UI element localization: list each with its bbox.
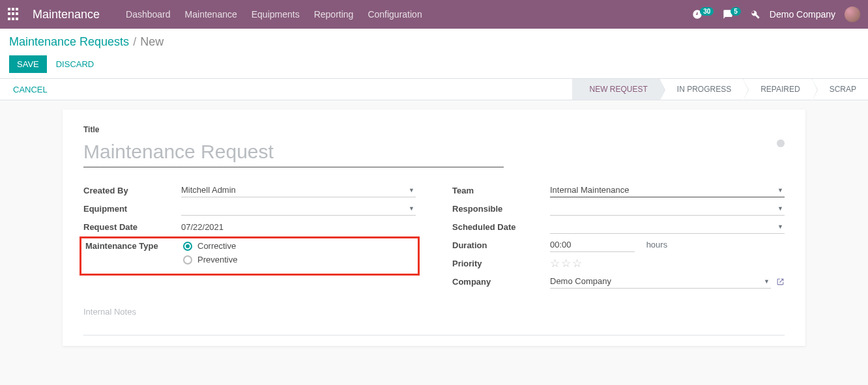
form-col-left: Created By ▼ Equipment ▼ Request Date 07 [83,182,416,291]
field-duration[interactable] [550,238,635,252]
title-input[interactable] [83,138,504,167]
priority-star-1[interactable]: ☆ [550,257,561,270]
breadcrumb: Maintenance Requests / New [9,35,859,49]
nav-maintenance[interactable]: Maintenance [185,9,237,20]
field-scheduled-date[interactable] [550,220,785,234]
label-duration: Duration [452,240,550,250]
topbar: Maintenance Dashboard Maintenance Equipm… [0,0,868,29]
radio-corrective-label: Corrective [197,241,236,251]
field-request-date: 07/22/2021 [181,222,224,232]
form-col-right: Team ▼ Responsible ▼ Scheduled Date [452,182,785,291]
nav-reporting[interactable]: Reporting [314,9,354,20]
field-responsible[interactable] [550,201,785,216]
priority-star-2[interactable]: ☆ [561,257,572,270]
nav-equipments[interactable]: Equipments [252,9,300,20]
highlight-maintenance-type: Maintenance Type Corrective Preventive [80,236,420,276]
label-team: Team [452,186,550,195]
status-in-progress[interactable]: IN PROGRESS [659,79,743,100]
sheet-wrapper: Title Created By ▼ Equipment [0,100,868,359]
form-sheet: Title Created By ▼ Equipment [63,109,805,346]
activities-count: 30 [700,7,714,16]
messages-indicator[interactable]: 5 [723,9,741,20]
radio-preventive[interactable] [183,255,192,264]
title-label: Title [83,125,785,134]
label-responsible: Responsible [452,204,550,214]
nav-dashboard[interactable]: Dashboard [126,9,171,20]
apps-icon[interactable] [8,8,21,21]
cancel-button[interactable]: CANCEL [0,79,61,100]
label-maintenance-type: Maintenance Type [85,241,183,251]
nav-links: Dashboard Maintenance Equipments Reporti… [126,9,422,20]
status-scrap[interactable]: SCRAP [812,79,868,100]
statusbar: NEW REQUEST IN PROGRESS REPAIRED SCRAP [572,79,868,100]
external-link-icon[interactable] [776,278,785,286]
debug-icon[interactable] [750,9,760,20]
label-request-date: Request Date [83,222,181,232]
field-company[interactable] [550,274,771,289]
breadcrumb-current: New [140,35,164,49]
field-equipment[interactable] [181,201,416,216]
radio-corrective[interactable] [183,242,192,251]
kanban-state-dot[interactable] [777,139,785,147]
brand-title: Maintenance [33,8,100,21]
breadcrumb-sep: / [133,35,136,49]
activities-indicator[interactable]: 30 [692,9,714,20]
nav-configuration[interactable]: Configuration [368,9,422,20]
label-equipment: Equipment [83,204,181,214]
radio-preventive-label: Preventive [197,255,237,264]
user-avatar[interactable] [845,7,860,22]
label-company: Company [452,277,550,287]
save-button[interactable]: SAVE [9,55,47,73]
statusbar-row: CANCEL NEW REQUEST IN PROGRESS REPAIRED … [0,78,868,100]
breadcrumb-parent[interactable]: Maintenance Requests [9,35,129,49]
messages-count: 5 [731,7,741,16]
internal-notes-input[interactable] [83,307,785,317]
field-team[interactable] [550,183,785,197]
label-scheduled-date: Scheduled Date [452,222,550,232]
status-repaired[interactable]: REPAIRED [743,79,811,100]
control-bar: Maintenance Requests / New SAVE DISCARD [0,29,868,78]
discard-button[interactable]: DISCARD [56,59,94,69]
duration-unit: hours [646,240,668,250]
company-switcher[interactable]: Demo Company [770,9,835,20]
priority-star-3[interactable]: ☆ [572,257,583,270]
field-created-by[interactable] [181,183,416,197]
label-created-by: Created By [83,186,181,195]
notes-section [83,307,785,335]
status-new-request[interactable]: NEW REQUEST [572,79,659,100]
label-priority: Priority [452,259,550,268]
